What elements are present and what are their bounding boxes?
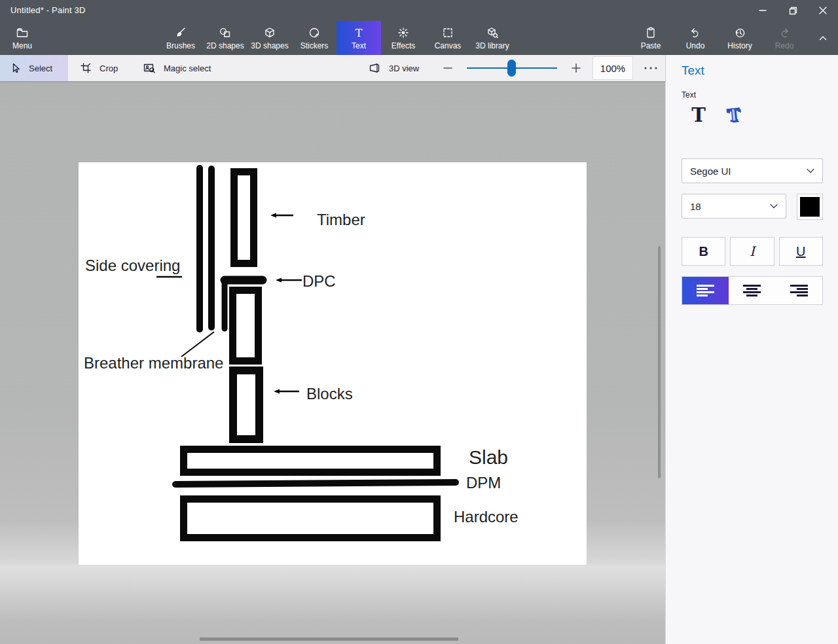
font-family-dropdown[interactable]: Segoe UI xyxy=(682,158,823,183)
upper-block-rect xyxy=(233,291,259,361)
more-options-button[interactable] xyxy=(642,60,660,76)
3d-view-button[interactable]: 3D view xyxy=(359,55,428,81)
tool-2d-shapes[interactable]: 2D shapes xyxy=(203,21,247,55)
dpm-line xyxy=(175,482,456,484)
ribbon: Menu Brushes 2D shapes 3D shapes Sticker… xyxy=(0,21,838,55)
select-cursor-icon xyxy=(9,62,21,74)
tool-effects[interactable]: Effects xyxy=(381,21,426,55)
underline-button[interactable]: U xyxy=(779,237,823,266)
redo-icon xyxy=(778,26,791,39)
paint3d-window: Untitled* - Paint 3D Menu Brushes 2D sha… xyxy=(0,0,838,644)
text-color-swatch[interactable] xyxy=(797,194,823,220)
font-size-value: 18 xyxy=(690,201,701,212)
chevron-down-icon xyxy=(770,204,778,209)
vertical-scrollbar[interactable] xyxy=(658,246,661,478)
font-family-value: Segoe UI xyxy=(690,166,731,177)
undo-button[interactable]: Undo xyxy=(673,21,718,55)
horizontal-scrollbar[interactable] xyxy=(200,637,458,641)
magic-select-icon xyxy=(143,62,156,74)
minimize-button[interactable] xyxy=(748,0,778,21)
magic-select-label: Magic select xyxy=(164,63,211,73)
crop-tool-button[interactable]: Crop xyxy=(71,55,127,81)
font-size-dropdown[interactable]: 18 xyxy=(682,194,786,219)
3d-text-icon: T xyxy=(727,106,741,124)
bold-button[interactable]: B xyxy=(682,237,725,266)
align-right-button[interactable] xyxy=(776,277,822,304)
3d-view-label: 3D view xyxy=(389,63,419,73)
history-icon xyxy=(733,26,746,39)
crop-icon xyxy=(80,62,92,74)
text-icon: T xyxy=(352,26,365,39)
text-panel: Text Text T T Segoe UI 18 B I U xyxy=(665,55,838,644)
workspace: Side covering Timber DPC Breather membra… xyxy=(0,81,665,644)
timber-rect xyxy=(234,172,254,264)
select-tool-button[interactable]: Select xyxy=(0,55,68,81)
italic-button[interactable]: I xyxy=(730,237,774,266)
align-left-button[interactable] xyxy=(682,277,729,304)
2d-text-button[interactable]: T xyxy=(685,103,712,127)
chevron-up-icon xyxy=(818,33,828,43)
label-timber: Timber xyxy=(317,211,365,229)
align-right-icon xyxy=(790,285,808,296)
align-center-button[interactable] xyxy=(729,277,775,304)
tool-3d-library[interactable]: 3D library xyxy=(470,21,515,55)
label-blocks: Blocks xyxy=(306,385,353,403)
zoom-percent-value: 100% xyxy=(600,63,625,74)
chevron-down-icon xyxy=(807,168,814,173)
restore-button[interactable] xyxy=(778,0,808,21)
zoom-percent-field[interactable]: 100% xyxy=(592,56,633,80)
3d-view-icon xyxy=(368,62,381,74)
menu-button[interactable]: Menu xyxy=(0,21,45,55)
paste-button[interactable]: Paste xyxy=(628,21,673,55)
secondary-toolbar: Select Crop Magic select 3D view 100% xyxy=(0,55,665,81)
hardcore-rect xyxy=(184,499,437,538)
tool-brushes[interactable]: Brushes xyxy=(158,21,203,55)
label-side-covering: Side covering xyxy=(85,257,180,275)
close-button[interactable] xyxy=(808,0,838,21)
3d-shapes-icon xyxy=(263,26,276,39)
blocks-rect xyxy=(233,370,259,439)
slab-rect xyxy=(184,450,437,473)
stickers-icon xyxy=(308,26,321,39)
minimize-icon xyxy=(759,7,767,14)
label-dpm: DPM xyxy=(466,474,501,492)
tool-stickers[interactable]: Stickers xyxy=(292,21,337,55)
minus-icon xyxy=(443,63,453,73)
undo-icon xyxy=(689,26,702,39)
ellipsis-icon xyxy=(644,66,658,70)
text-color-value xyxy=(800,197,820,217)
zoom-slider-thumb[interactable] xyxy=(507,60,516,77)
history-button[interactable]: History xyxy=(718,21,762,55)
paste-icon xyxy=(644,26,657,39)
magic-select-button[interactable]: Magic select xyxy=(134,55,220,81)
tool-3d-shapes[interactable]: 3D shapes xyxy=(247,21,292,55)
text-style-buttons: B I U xyxy=(682,237,823,266)
label-dpc: DPC xyxy=(302,272,336,291)
drawing-canvas[interactable]: Side covering Timber DPC Breather membra… xyxy=(79,162,587,565)
tool-text[interactable]: T Text xyxy=(337,21,381,55)
close-icon xyxy=(819,7,827,14)
svg-text:T: T xyxy=(355,26,363,39)
alignment-buttons xyxy=(682,276,823,305)
breather-pointer-line xyxy=(181,332,214,357)
zoom-out-button[interactable] xyxy=(440,60,456,76)
dpc-arrowhead xyxy=(276,278,282,283)
label-hardcore: Hardcore xyxy=(454,508,519,526)
blocks-arrowhead xyxy=(274,389,280,394)
titlebar: Untitled* - Paint 3D xyxy=(0,0,838,21)
2d-shapes-icon xyxy=(219,26,232,39)
tool-canvas[interactable]: Canvas xyxy=(426,21,470,55)
text-group-label: Text xyxy=(682,90,696,99)
zoom-in-button[interactable] xyxy=(568,60,584,76)
align-left-icon xyxy=(697,285,714,296)
label-slab: Slab xyxy=(469,446,508,469)
collapse-ribbon-button[interactable] xyxy=(808,21,838,55)
3d-text-button[interactable]: T xyxy=(720,103,748,127)
brushes-icon xyxy=(174,26,187,39)
redo-button[interactable]: Redo xyxy=(762,21,807,55)
crop-label: Crop xyxy=(100,63,118,73)
select-label: Select xyxy=(29,63,52,73)
timber-arrowhead xyxy=(270,213,276,218)
window-title: Untitled* - Paint 3D xyxy=(10,5,86,15)
canvas-icon xyxy=(441,26,454,39)
